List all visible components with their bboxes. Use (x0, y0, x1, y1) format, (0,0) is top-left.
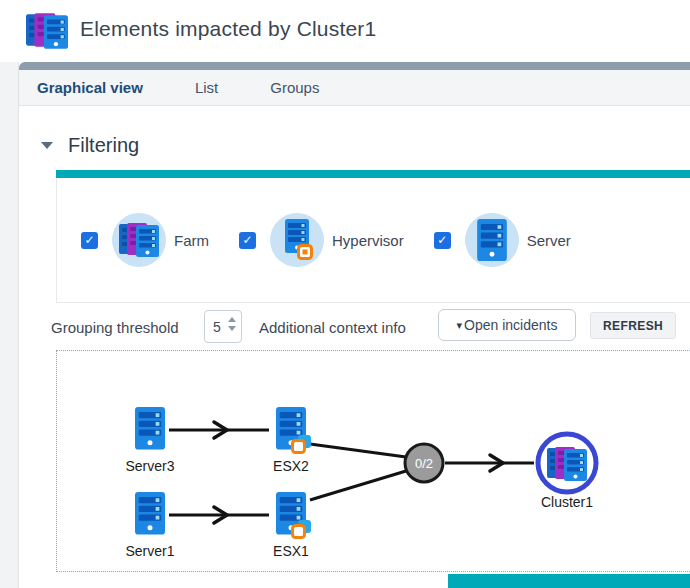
refresh-button[interactable]: REFRESH (590, 312, 676, 339)
dropdown-caret-icon: ▾ (457, 319, 463, 332)
hypervisor-checkbox[interactable]: ✓ (239, 232, 256, 249)
grouping-threshold-value: 5 (213, 319, 221, 335)
edge-esx1-group (310, 471, 406, 500)
farm-checkbox[interactable]: ✓ (81, 232, 98, 249)
filter-item-hypervisor: ✓ Hypervisor (239, 213, 404, 267)
spinner-down-icon[interactable] (228, 326, 236, 331)
filtering-panel: ✓ Farm ✓ Hy (56, 170, 690, 303)
server-checkbox[interactable]: ✓ (434, 232, 451, 249)
page: Elements impacted by Cluster1 Graphical … (0, 0, 690, 588)
context-info-dropdown[interactable]: ▾ Open incidents (438, 309, 576, 341)
panel-accent-bar (56, 170, 690, 178)
node-esx2[interactable]: ESX2 (273, 407, 311, 474)
filtering-title: Filtering (68, 134, 139, 157)
dropdown-value: Open incidents (464, 317, 557, 333)
node-label: Cluster1 (541, 494, 593, 510)
node-label: ESX2 (273, 458, 309, 474)
filtering-section-header[interactable]: Filtering (41, 134, 139, 157)
node-label: 0/2 (415, 456, 433, 471)
graph-panel[interactable]: Server3 ESX2 Server1 (56, 350, 690, 572)
filter-label-hypervisor: Hypervisor (332, 232, 404, 249)
filter-item-farm: ✓ Farm (81, 213, 209, 267)
tab-graphical-view[interactable]: Graphical view (37, 79, 169, 96)
tab-list[interactable]: List (195, 79, 244, 96)
context-info-label: Additional context info (259, 319, 406, 336)
controls-row: Grouping threshold 5 Additional context … (19, 308, 690, 348)
grouping-threshold-input[interactable]: 5 (204, 310, 242, 343)
hypervisor-icon (270, 213, 324, 267)
farm-icon (112, 213, 166, 267)
node-label: Server3 (125, 458, 174, 474)
edge-esx2-group (310, 444, 406, 457)
filter-label-farm: Farm (174, 232, 209, 249)
node-server3[interactable]: Server3 (125, 407, 174, 474)
content-area: Filtering ✓ Farm ✓ (19, 106, 690, 588)
node-group[interactable]: 0/2 (405, 444, 443, 482)
next-panel-accent-bar (448, 574, 690, 588)
node-label: ESX1 (273, 543, 309, 559)
page-title: Elements impacted by Cluster1 (80, 17, 376, 41)
filter-item-server: ✓ Server (434, 213, 571, 267)
tab-groups[interactable]: Groups (270, 79, 345, 96)
node-label: Server1 (125, 543, 174, 559)
left-gutter (0, 62, 18, 588)
node-cluster1[interactable]: Cluster1 (538, 434, 596, 510)
collapse-caret-icon[interactable] (41, 142, 53, 149)
impact-graph: Server3 ESX2 Server1 (57, 351, 690, 571)
card-top-bar (19, 62, 690, 70)
farm-icon (26, 9, 68, 57)
main-card: Graphical view List Groups Filtering ✓ (18, 62, 690, 588)
node-esx1[interactable]: ESX1 (273, 492, 311, 559)
spinner-up-icon[interactable] (228, 317, 236, 322)
node-server1[interactable]: Server1 (125, 492, 174, 559)
tab-bar: Graphical view List Groups (19, 70, 690, 106)
grouping-threshold-label: Grouping threshold (51, 319, 179, 336)
server-icon (465, 213, 519, 267)
filter-label-server: Server (527, 232, 571, 249)
app-header: Elements impacted by Cluster1 (0, 0, 690, 62)
